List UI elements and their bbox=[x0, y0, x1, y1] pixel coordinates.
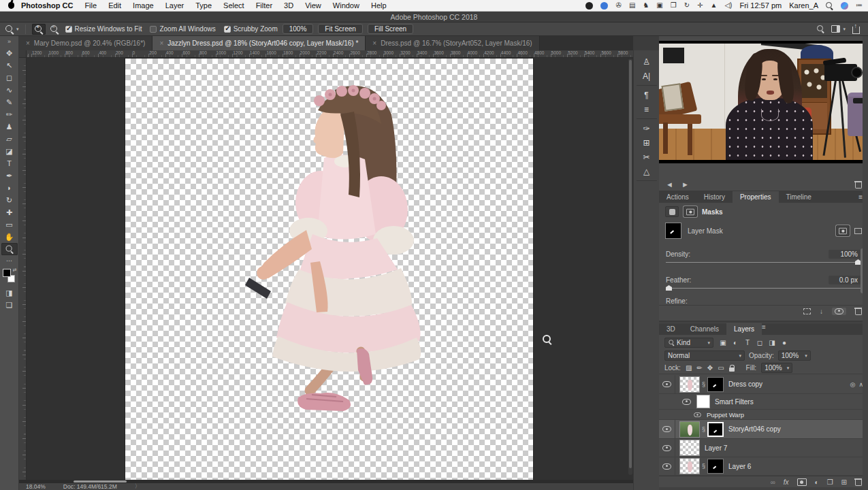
select-from-mask-icon[interactable] bbox=[803, 308, 811, 314]
tab-3d[interactable]: 3D bbox=[659, 323, 683, 335]
lock-transparency-icon[interactable]: ▨ bbox=[686, 364, 692, 372]
canvas-vertical-scrollbar[interactable] bbox=[628, 59, 632, 475]
paragraph-panel-icon[interactable]: ¶ bbox=[638, 88, 656, 102]
menu-3d[interactable]: 3D bbox=[284, 1, 293, 10]
status-options-arrow[interactable]: 〉 bbox=[135, 483, 141, 490]
lasso-tool[interactable]: ∿ bbox=[1, 84, 18, 96]
lock-artboard-icon[interactable]: ▭ bbox=[718, 364, 724, 372]
layer-mask-thumbnail[interactable] bbox=[665, 223, 681, 239]
add-mask-icon[interactable] bbox=[797, 478, 807, 486]
menu-help[interactable]: Help bbox=[371, 1, 387, 10]
layer-name[interactable]: Smart Filters bbox=[715, 398, 754, 406]
brush-settings-panel-icon[interactable]: ✑ bbox=[638, 121, 656, 135]
menu-layer[interactable]: Layer bbox=[165, 1, 184, 10]
layer-row-puppet-warp[interactable]: Puppet Warp bbox=[659, 410, 868, 420]
tab-timeline[interactable]: Timeline bbox=[779, 191, 819, 203]
layer-name[interactable]: Layer 6 bbox=[728, 463, 751, 470]
tab-close-icon[interactable]: × bbox=[26, 39, 30, 47]
display-app-icon[interactable]: ▤ bbox=[629, 2, 635, 9]
layer-thumbnail[interactable] bbox=[679, 376, 700, 393]
document-tab-3[interactable]: ×Dress.psd @ 16.7% (StoryArt052, Layer M… bbox=[366, 36, 539, 50]
camera-app-icon[interactable] bbox=[600, 2, 608, 10]
layer-thumbnail[interactable] bbox=[679, 458, 700, 474]
visibility-toggle[interactable] bbox=[659, 439, 675, 457]
clone-source-panel-icon[interactable]: ♙ bbox=[638, 54, 656, 69]
link-layers-icon[interactable]: ∞ bbox=[771, 478, 775, 486]
fill-screen-button[interactable]: Fill Screen bbox=[368, 24, 413, 34]
move-tool[interactable]: ✥ bbox=[1, 47, 18, 59]
tab-close-icon[interactable]: × bbox=[372, 39, 376, 47]
tab-history[interactable]: History bbox=[696, 191, 733, 203]
layer-style-icon[interactable]: fx bbox=[784, 478, 789, 486]
horizontal-scroll-thumb[interactable] bbox=[74, 480, 127, 483]
screen-mode-icon[interactable]: ❏ bbox=[1, 299, 18, 311]
filter-type-layers-icon[interactable]: T bbox=[742, 339, 753, 346]
zoom-percent-field[interactable]: 18.04% bbox=[26, 483, 46, 490]
menubar-user[interactable]: Karen_A bbox=[789, 1, 818, 10]
toolbar-collapse-icon[interactable]: » bbox=[7, 36, 11, 47]
density-slider[interactable] bbox=[666, 262, 861, 263]
checkbox-box[interactable] bbox=[150, 26, 157, 33]
adjustments-panel-icon[interactable]: ≡ bbox=[638, 102, 656, 116]
location-icon[interactable]: ✛ bbox=[697, 2, 703, 9]
marquee-tool[interactable]: ◻ bbox=[1, 71, 18, 84]
filter-pixel-layers-icon[interactable]: ▣ bbox=[718, 339, 728, 346]
mask-link-icon[interactable]: § bbox=[702, 381, 705, 388]
layer-mask-button[interactable] bbox=[684, 206, 697, 217]
record-app-icon[interactable] bbox=[585, 2, 593, 10]
delete-mask-icon[interactable] bbox=[855, 308, 861, 315]
layer-row-layer-6[interactable]: § Layer 6 bbox=[659, 457, 868, 476]
menu-image[interactable]: Image bbox=[133, 1, 154, 10]
smart-filter-thumbnail[interactable] bbox=[696, 395, 710, 408]
layer-name[interactable]: Dress copy bbox=[728, 380, 762, 388]
filter-adjustment-layers-icon[interactable]: ◐ bbox=[730, 339, 741, 346]
zoom-100-button[interactable]: 100% bbox=[283, 24, 314, 34]
foreground-color-swatch[interactable] bbox=[3, 269, 11, 277]
panel-forward-icon[interactable]: ► bbox=[681, 180, 689, 189]
feather-slider-thumb[interactable] bbox=[666, 285, 672, 291]
panel-menu-icon[interactable]: ≡ bbox=[762, 323, 766, 335]
mask-visibility-icon[interactable] bbox=[832, 308, 846, 315]
new-layer-icon[interactable]: ⊞ bbox=[841, 478, 847, 486]
layer-row-dress-copy[interactable]: § Dress copy ◎∧ bbox=[659, 375, 868, 394]
menu-file[interactable]: File bbox=[84, 1, 97, 10]
menu-type[interactable]: Type bbox=[195, 1, 212, 10]
adjustment-layer-icon[interactable]: ◐ bbox=[815, 478, 819, 486]
visibility-toggle[interactable] bbox=[659, 375, 675, 393]
webcam-app-icon[interactable]: ✇ bbox=[615, 2, 621, 9]
layer-mask-thumbnail-selected[interactable] bbox=[707, 422, 724, 437]
siri-icon[interactable] bbox=[841, 2, 848, 10]
menu-select[interactable]: Select bbox=[223, 1, 244, 10]
visibility-toggle[interactable] bbox=[659, 420, 675, 438]
checkbox-box[interactable] bbox=[65, 26, 72, 33]
layer-thumbnail[interactable] bbox=[679, 440, 700, 456]
delete-layer-icon[interactable] bbox=[855, 478, 861, 486]
feather-value-field[interactable]: 0.0 px bbox=[829, 276, 861, 284]
feather-slider[interactable] bbox=[666, 288, 861, 289]
shape-tool[interactable]: ▭ bbox=[1, 218, 18, 231]
document-tab-2[interactable]: ×Jazzlyn Dress.psd @ 18% (StoryArt046 co… bbox=[152, 36, 366, 50]
filter-shape-layers-icon[interactable]: ◻ bbox=[754, 339, 765, 346]
layer-row-smart-filters[interactable]: Smart Filters bbox=[659, 394, 868, 410]
menu-photoshop-cc[interactable]: Photoshop CC bbox=[21, 1, 73, 10]
layer-thumbnail[interactable] bbox=[679, 421, 700, 438]
fill-select[interactable]: 100%▾ bbox=[761, 363, 792, 373]
zoom-tool[interactable] bbox=[1, 243, 18, 255]
menu-edit[interactable]: Edit bbox=[108, 1, 121, 10]
photos-app-icon[interactable]: ▣ bbox=[656, 2, 662, 9]
healing-brush-tool[interactable]: ✚ bbox=[1, 206, 18, 218]
document-canvas[interactable] bbox=[125, 59, 533, 480]
search-icon[interactable] bbox=[817, 25, 824, 33]
zoom-out-button[interactable]: − bbox=[48, 24, 61, 35]
filter-smart-objects-icon[interactable]: ◨ bbox=[767, 339, 777, 346]
kind-filter-select[interactable]: Kind ▾ bbox=[664, 338, 713, 348]
share-icon[interactable] bbox=[852, 27, 860, 34]
zoom-tool-icon[interactable] bbox=[5, 25, 14, 33]
type-tool[interactable]: T bbox=[1, 157, 18, 169]
vertical-scroll-thumb[interactable] bbox=[629, 60, 632, 468]
checkbox-zoom-all-windows[interactable]: Zoom All Windows bbox=[150, 25, 215, 33]
rotate-view-tool[interactable]: ↻ bbox=[1, 194, 18, 206]
smart-filter-toggle-icon[interactable]: ◎ bbox=[850, 381, 856, 388]
brush-tool[interactable]: ✏ bbox=[1, 108, 18, 120]
checkbox-scrubby-zoom[interactable]: Scrubby Zoom bbox=[224, 25, 278, 33]
